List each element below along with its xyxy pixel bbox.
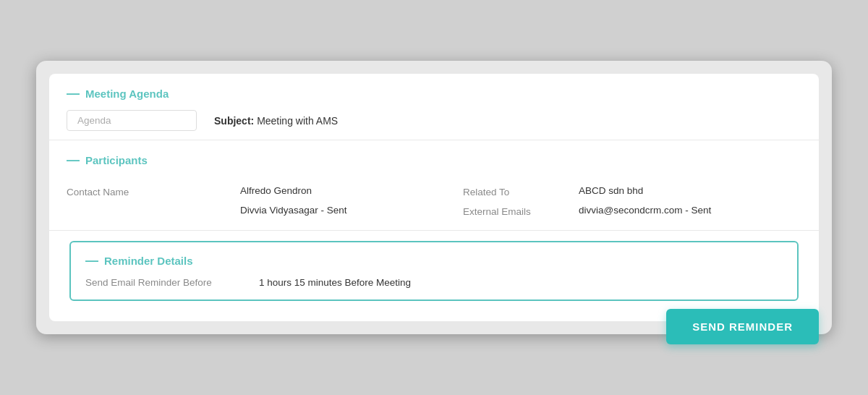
subject-value: Meeting with AMS [257, 115, 338, 127]
outer-card: — Meeting Agenda Agenda Subject: Meeting… [36, 61, 832, 334]
agenda-row: Agenda Subject: Meeting with AMS [67, 110, 801, 131]
subject-text: Subject: Meeting with AMS [214, 115, 338, 127]
contact-name-value-2: Divvia Vidyasagar - Sent [240, 205, 463, 217]
subject-label: Subject: [214, 115, 254, 127]
external-emails-label: External Emails [463, 205, 579, 217]
participants-section: — Participants [49, 140, 819, 185]
participants-header: — Participants [67, 153, 801, 166]
external-emails-value: divvia@secondcrm.com - Sent [579, 205, 801, 217]
participants-grid: Contact Name Alfredo Gendron Related To … [67, 185, 801, 217]
reminder-outer-wrapper: — Reminder Details Send Email Reminder B… [49, 231, 819, 321]
agenda-dash-icon: — [67, 87, 80, 100]
send-email-label: Send Email Reminder Before [85, 277, 259, 288]
participants-dash-icon: — [67, 153, 80, 166]
send-email-value: 1 hours 15 minutes Before Meeting [259, 277, 411, 288]
reminder-row: Send Email Reminder Before 1 hours 15 mi… [85, 277, 783, 288]
participants-grid-wrapper: Contact Name Alfredo Gendron Related To … [49, 185, 819, 230]
participants-title: Participants [85, 154, 148, 166]
contact-name-value-1: Alfredo Gendron [240, 185, 463, 198]
meeting-agenda-title: Meeting Agenda [85, 88, 169, 100]
reminder-details-section: — Reminder Details Send Email Reminder B… [69, 241, 799, 301]
agenda-label-box: Agenda [67, 110, 197, 131]
contact-name-label: Contact Name [67, 185, 240, 198]
meeting-agenda-section: — Meeting Agenda Agenda Subject: Meeting… [49, 74, 819, 140]
main-card: — Meeting Agenda Agenda Subject: Meeting… [49, 74, 819, 321]
related-to-value: ABCD sdn bhd [579, 185, 801, 198]
reminder-dash-icon: — [85, 254, 98, 267]
reminder-header: — Reminder Details [85, 254, 783, 267]
meeting-agenda-header: — Meeting Agenda [67, 87, 801, 100]
reminder-title: Reminder Details [104, 255, 193, 267]
contact-name-label-2 [67, 205, 240, 217]
related-to-label: Related To [463, 185, 579, 198]
send-reminder-button[interactable]: SEND REMINDER [666, 309, 819, 344]
